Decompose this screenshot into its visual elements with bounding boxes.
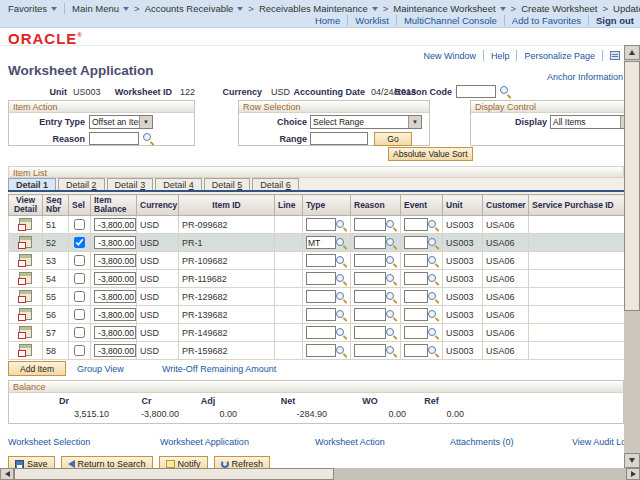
event-input[interactable] bbox=[404, 236, 428, 249]
type-lookup-icon[interactable] bbox=[336, 274, 347, 285]
tab-detail-5[interactable]: Detail 5 bbox=[204, 178, 251, 190]
write-off-remaining-amount-link[interactable]: Write-Off Remaining Amount bbox=[162, 364, 276, 374]
event-lookup-icon[interactable] bbox=[428, 346, 439, 357]
reason-code-input[interactable] bbox=[456, 85, 496, 98]
entry-type-select[interactable]: Offset an Item▼ bbox=[89, 115, 153, 129]
sign-out-link[interactable]: Sign out bbox=[596, 15, 634, 26]
type-input[interactable] bbox=[306, 344, 336, 357]
reason-lookup-icon[interactable] bbox=[386, 310, 397, 321]
view-detail-icon[interactable] bbox=[19, 344, 32, 356]
event-input[interactable] bbox=[404, 344, 428, 357]
item-balance-input[interactable] bbox=[94, 272, 136, 285]
type-lookup-icon[interactable] bbox=[336, 310, 347, 321]
tab-detail-1[interactable]: Detail 1 bbox=[8, 178, 56, 190]
help-link[interactable]: Help bbox=[491, 51, 510, 61]
reason-input[interactable] bbox=[354, 344, 386, 357]
copy-url-icon[interactable] bbox=[610, 51, 620, 60]
select-row-checkbox[interactable] bbox=[74, 255, 85, 266]
event-input[interactable] bbox=[404, 272, 428, 285]
tab-detail-3[interactable]: Detail 3 bbox=[107, 178, 154, 190]
select-row-checkbox[interactable] bbox=[74, 237, 85, 248]
reason-lookup-icon[interactable] bbox=[386, 346, 397, 357]
breadcrumb-maintenance-worksheet[interactable]: Maintenance Worksheet bbox=[393, 3, 505, 14]
event-lookup-icon[interactable] bbox=[428, 256, 439, 267]
event-input[interactable] bbox=[404, 308, 428, 321]
view-detail-icon[interactable] bbox=[19, 308, 32, 320]
breadcrumb-accounts-receivable[interactable]: Accounts Receivable bbox=[145, 3, 244, 14]
favorites-menu[interactable]: Favorites bbox=[8, 3, 57, 14]
type-lookup-icon[interactable] bbox=[336, 292, 347, 303]
type-input[interactable] bbox=[306, 254, 336, 267]
vertical-scrollbar[interactable] bbox=[624, 45, 640, 468]
add-item-button[interactable]: Add Item bbox=[8, 361, 66, 376]
display-select[interactable]: All Items▼ bbox=[550, 115, 634, 129]
worksheet-action-link[interactable]: Worksheet Action bbox=[315, 437, 385, 447]
reason-input[interactable] bbox=[89, 132, 139, 145]
item-balance-input[interactable] bbox=[94, 218, 136, 231]
tab-detail-4[interactable]: Detail 4 bbox=[155, 178, 202, 190]
view-detail-icon[interactable] bbox=[19, 218, 32, 230]
breadcrumb-create-worksheet[interactable]: Create Worksheet bbox=[521, 3, 597, 14]
event-lookup-icon[interactable] bbox=[428, 220, 439, 231]
go-button[interactable]: Go bbox=[374, 132, 412, 146]
type-input[interactable] bbox=[306, 326, 336, 339]
event-input[interactable] bbox=[404, 290, 428, 303]
reason-input[interactable] bbox=[354, 218, 386, 231]
reason-input[interactable] bbox=[354, 308, 386, 321]
reason-lookup-icon[interactable] bbox=[386, 220, 397, 231]
main-menu[interactable]: Main Menu bbox=[72, 3, 129, 14]
reason-input[interactable] bbox=[354, 254, 386, 267]
type-lookup-icon[interactable] bbox=[336, 220, 347, 231]
type-input[interactable] bbox=[306, 290, 336, 303]
reason-lookup-icon[interactable] bbox=[386, 274, 397, 285]
event-lookup-icon[interactable] bbox=[428, 328, 439, 339]
tab-detail-6[interactable]: Detail 6 bbox=[252, 178, 299, 190]
worksheet-application-link[interactable]: Worksheet Application bbox=[160, 437, 249, 447]
select-row-checkbox[interactable] bbox=[74, 309, 85, 320]
view-detail-icon[interactable] bbox=[19, 326, 32, 338]
type-lookup-icon[interactable] bbox=[336, 256, 347, 267]
type-lookup-icon[interactable] bbox=[336, 328, 347, 339]
view-detail-icon[interactable] bbox=[19, 272, 32, 284]
group-view-link[interactable]: Group View bbox=[77, 364, 124, 374]
reason-lookup-icon[interactable] bbox=[386, 292, 397, 303]
horizontal-scroll-thumb[interactable] bbox=[14, 468, 334, 480]
item-balance-input[interactable] bbox=[94, 236, 136, 249]
item-balance-input[interactable] bbox=[94, 290, 136, 303]
chevron-down-icon[interactable]: ▼ bbox=[408, 116, 421, 128]
type-input[interactable] bbox=[306, 308, 336, 321]
reason-lookup-icon[interactable] bbox=[386, 238, 397, 249]
select-row-checkbox[interactable] bbox=[74, 291, 85, 302]
type-lookup-icon[interactable] bbox=[336, 238, 347, 249]
type-input[interactable] bbox=[306, 272, 336, 285]
absolute-value-sort-button[interactable]: Absolute Value Sort bbox=[388, 147, 473, 161]
type-input[interactable] bbox=[306, 236, 336, 249]
select-row-checkbox[interactable] bbox=[74, 345, 85, 356]
scroll-left-button[interactable] bbox=[0, 468, 14, 480]
reason-lookup-icon[interactable] bbox=[143, 133, 154, 144]
breadcrumb-receivables-maintenance[interactable]: Receivables Maintenance bbox=[259, 3, 378, 14]
choice-select[interactable]: Select Range▼ bbox=[310, 115, 422, 129]
reason-lookup-icon[interactable] bbox=[386, 256, 397, 267]
horizontal-scrollbar[interactable] bbox=[0, 468, 640, 480]
event-input[interactable] bbox=[404, 254, 428, 267]
item-balance-input[interactable] bbox=[94, 326, 136, 339]
breadcrumb-update-worksheet[interactable]: Update Worksheet bbox=[613, 3, 640, 14]
worklist-link[interactable]: Worklist bbox=[355, 15, 389, 26]
event-lookup-icon[interactable] bbox=[428, 310, 439, 321]
reason-input[interactable] bbox=[354, 236, 386, 249]
view-detail-icon[interactable] bbox=[19, 290, 32, 302]
item-balance-input[interactable] bbox=[94, 308, 136, 321]
item-balance-input[interactable] bbox=[94, 254, 136, 267]
attachments-link[interactable]: Attachments (0) bbox=[450, 437, 514, 447]
add-to-favorites-link[interactable]: Add to Favorites bbox=[512, 15, 581, 26]
type-lookup-icon[interactable] bbox=[336, 346, 347, 357]
reason-lookup-icon[interactable] bbox=[386, 328, 397, 339]
scroll-down-button[interactable] bbox=[624, 453, 640, 468]
anchor-information-link[interactable]: Anchor Information bbox=[547, 72, 623, 82]
personalize-page-link[interactable]: Personalize Page bbox=[524, 51, 595, 61]
type-input[interactable] bbox=[306, 218, 336, 231]
reason-input[interactable] bbox=[354, 290, 386, 303]
range-input[interactable] bbox=[310, 132, 368, 145]
select-row-checkbox[interactable] bbox=[74, 327, 85, 338]
